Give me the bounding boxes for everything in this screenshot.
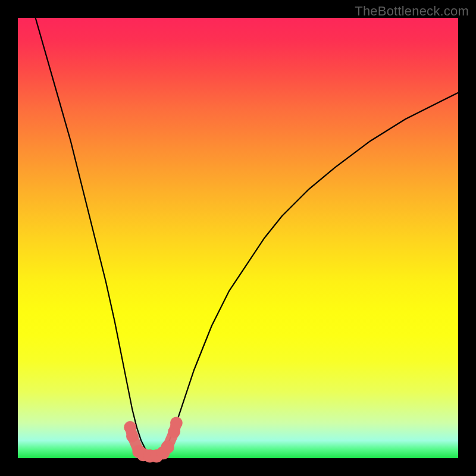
bottleneck-curve: [36, 18, 458, 458]
chart-frame: TheBottleneck.com: [0, 0, 476, 476]
watermark-text: TheBottleneck.com: [355, 4, 469, 19]
curve-marker: [170, 416, 183, 429]
chart-svg: [18, 18, 458, 458]
curve-marker: [161, 440, 174, 453]
curve-marker: [126, 430, 139, 443]
plot-area: [18, 18, 458, 458]
